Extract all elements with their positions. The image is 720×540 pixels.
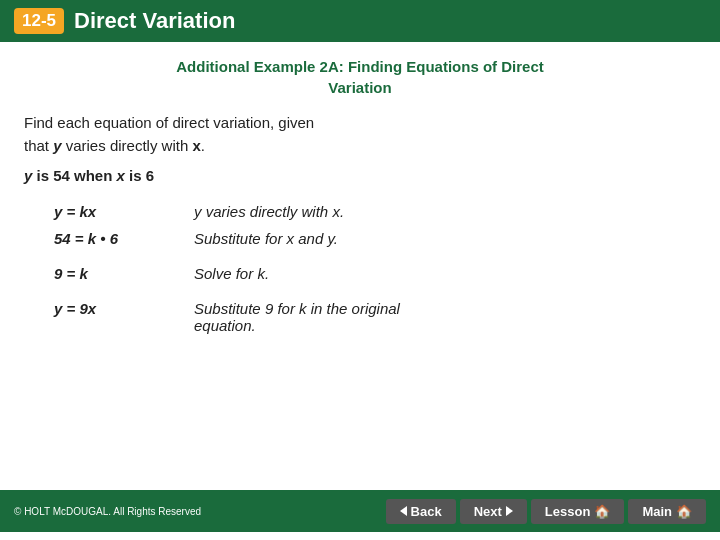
lesson-badge: 12-5	[14, 8, 64, 34]
next-label: Next	[474, 504, 502, 519]
steps-table: y = kx y varies directly with x. 54 = k …	[24, 198, 696, 339]
table-row: y = kx y varies directly with x.	[24, 198, 696, 225]
arrow-right-icon	[506, 506, 513, 516]
step-desc-2: Substitute for x and y.	[184, 225, 696, 252]
lesson-button[interactable]: Lesson 🏠	[531, 499, 625, 524]
main-content: Additional Example 2A: Finding Equations…	[0, 42, 720, 490]
step-desc-4: Substitute 9 for k in the originalequati…	[184, 295, 696, 339]
main-button[interactable]: Main 🏠	[628, 499, 706, 524]
step-desc-1: y varies directly with x.	[184, 198, 696, 225]
step-equation-2: 54 = k • 6	[24, 225, 184, 252]
back-button[interactable]: Back	[386, 499, 456, 524]
lesson-label: Lesson	[545, 504, 591, 519]
step-equation-1: y = kx	[24, 198, 184, 225]
given-line: y is 54 when x is 6	[24, 167, 696, 184]
next-button[interactable]: Next	[460, 499, 527, 524]
footer: © HOLT McDOUGAL. All Rights Reserved Bac…	[0, 490, 720, 532]
back-label: Back	[411, 504, 442, 519]
step-equation-3: 9 = k	[24, 260, 184, 287]
step-desc-3: Solve for k.	[184, 260, 696, 287]
example-subtitle: Additional Example 2A: Finding Equations…	[24, 56, 696, 98]
table-row	[24, 287, 696, 295]
problem-intro: Find each equation of direct variation, …	[24, 112, 696, 157]
table-row: 9 = k Solve for k.	[24, 260, 696, 287]
table-row	[24, 252, 696, 260]
main-home-icon: 🏠	[676, 504, 692, 519]
table-row: 54 = k • 6 Substitute for x and y.	[24, 225, 696, 252]
nav-buttons: Back Next Lesson 🏠 Main 🏠	[386, 499, 706, 524]
main-label: Main	[642, 504, 672, 519]
lesson-home-icon: 🏠	[594, 504, 610, 519]
step-equation-4: y = 9x	[24, 295, 184, 339]
header-title: Direct Variation	[74, 8, 235, 34]
table-row: y = 9x Substitute 9 for k in the origina…	[24, 295, 696, 339]
header: 12-5 Direct Variation	[0, 0, 720, 42]
copyright-text: © HOLT McDOUGAL. All Rights Reserved	[14, 506, 201, 517]
arrow-left-icon	[400, 506, 407, 516]
